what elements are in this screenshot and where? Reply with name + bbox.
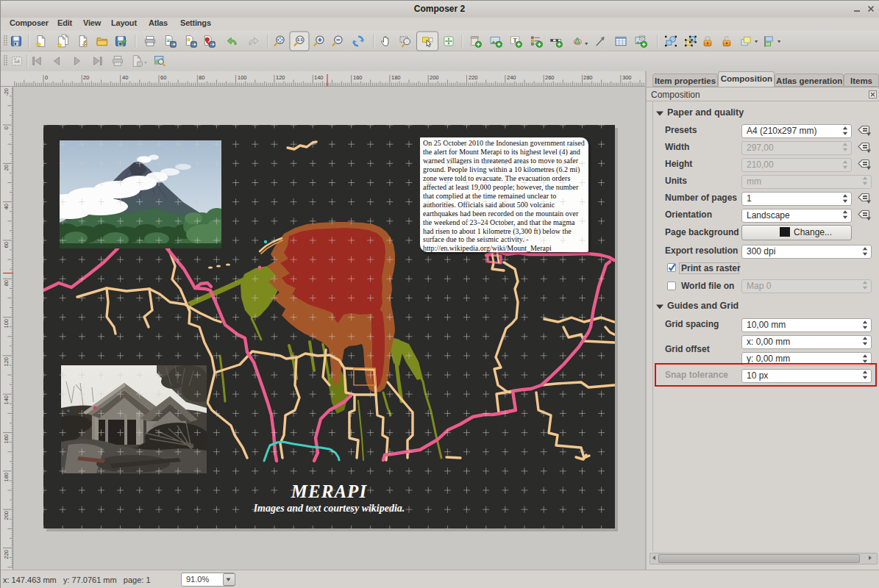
svg-text:100: 100 [3, 319, 10, 329]
svg-text:60: 60 [160, 74, 166, 81]
svg-text:</>: </> [640, 36, 645, 40]
svg-text:140: 140 [3, 395, 10, 405]
svg-text:200: 200 [430, 74, 439, 81]
svg-text:120: 120 [3, 357, 10, 367]
svg-text:60: 60 [3, 242, 10, 248]
svg-text:-20: -20 [3, 88, 10, 96]
svg-text:220: 220 [469, 74, 478, 81]
svg-text:260: 260 [545, 74, 555, 81]
svg-text:0: 0 [3, 126, 10, 129]
svg-text:40: 40 [122, 74, 128, 81]
svg-text:160: 160 [3, 434, 10, 444]
svg-text:100: 100 [238, 74, 247, 81]
svg-text:80: 80 [3, 280, 10, 286]
svg-text:20: 20 [83, 74, 89, 81]
svg-text:140: 140 [314, 74, 324, 81]
svg-text:1:1: 1:1 [297, 37, 303, 42]
svg-text:20: 20 [3, 165, 10, 171]
svg-text:280: 280 [583, 74, 593, 81]
svg-text:240: 240 [507, 74, 516, 81]
svg-text:80: 80 [199, 74, 204, 81]
svg-text:120: 120 [276, 74, 285, 81]
svg-text:200: 200 [3, 511, 10, 520]
svg-text:180: 180 [391, 74, 401, 81]
svg-text:40: 40 [3, 204, 10, 209]
svg-text:180: 180 [3, 473, 10, 482]
svg-text:300: 300 [622, 74, 632, 81]
svg-text:0: 0 [45, 74, 48, 81]
svg-text:160: 160 [353, 74, 363, 81]
svg-text:220: 220 [3, 550, 10, 559]
